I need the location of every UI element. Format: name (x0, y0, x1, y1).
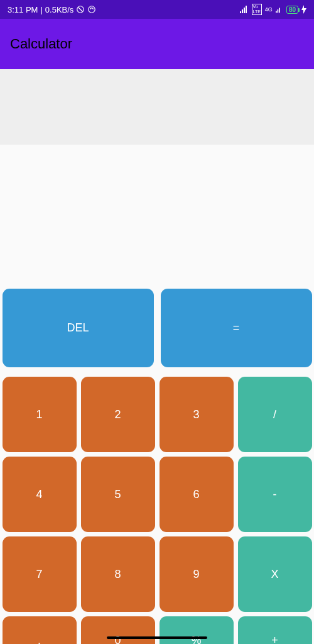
keypad: DEL = 1 2 3 / 4 5 6 - 7 8 9 X . 0 % + (0, 286, 314, 644)
digit-4-button[interactable]: 4 (3, 457, 77, 532)
status-bar: 3:11 PM | 0.5KB/s VoLTE 4G 80 (0, 0, 314, 19)
del-button[interactable]: DEL (3, 289, 154, 367)
keypad-row-top: DEL = (0, 286, 314, 375)
status-left: 3:11 PM | 0.5KB/s (8, 5, 96, 14)
digit-3-button[interactable]: 3 (160, 377, 234, 452)
status-time: 3:11 PM (8, 5, 38, 14)
digit-8-button[interactable]: 8 (81, 536, 155, 612)
digit-0-button[interactable]: 0 (81, 616, 155, 644)
charging-icon (301, 5, 306, 14)
signal-icon (240, 6, 249, 13)
sync-off-icon (87, 5, 96, 14)
digit-9-button[interactable]: 9 (160, 536, 234, 612)
percent-button[interactable]: % (160, 616, 234, 644)
status-right: VoLTE 4G 80 (240, 4, 306, 14)
home-indicator[interactable] (107, 636, 207, 639)
signal-2-icon (276, 6, 283, 13)
keypad-row-3: 7 8 9 X (0, 535, 314, 614)
volte-icon: VoLTE (252, 4, 262, 14)
spacer (0, 145, 314, 286)
network-4g-icon: 4G (265, 6, 273, 13)
app-title: Calculator (10, 36, 72, 52)
keypad-row-1: 1 2 3 / (0, 375, 314, 455)
digit-2-button[interactable]: 2 (81, 377, 155, 452)
svg-point-2 (89, 6, 95, 13)
minus-button[interactable]: - (238, 457, 312, 532)
plus-button[interactable]: + (238, 616, 312, 644)
status-data-rate: 0.5KB/s (45, 5, 74, 14)
digit-5-button[interactable]: 5 (81, 457, 155, 532)
svg-line-1 (78, 8, 83, 12)
status-separator: | (40, 5, 42, 14)
divide-button[interactable]: / (238, 377, 312, 452)
keypad-row-2: 4 5 6 - (0, 455, 314, 535)
digit-7-button[interactable]: 7 (3, 536, 77, 612)
equals-button[interactable]: = (161, 289, 312, 367)
app-bar: Calculator (0, 19, 314, 69)
multiply-button[interactable]: X (238, 536, 312, 612)
decimal-button[interactable]: . (3, 616, 77, 644)
keypad-row-4: . 0 % + (0, 614, 314, 645)
battery-icon: 80 (286, 6, 298, 14)
digit-6-button[interactable]: 6 (160, 457, 234, 532)
digit-1-button[interactable]: 1 (3, 377, 77, 452)
do-not-disturb-icon (76, 5, 85, 14)
calculator-display (0, 69, 314, 145)
